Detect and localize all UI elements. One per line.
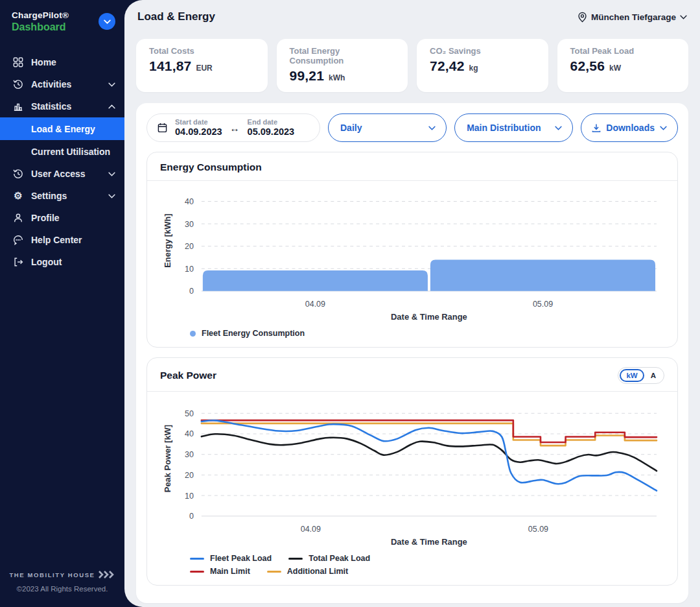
location-selector[interactable]: München Tiefgarage <box>578 12 687 23</box>
stat-value: 62,56 <box>570 58 605 74</box>
svg-text:Date & Time Range: Date & Time Range <box>391 537 467 547</box>
stat-card-total-energy: Total Energy Consumption 99,21kWh <box>277 39 408 92</box>
page-title: Load & Energy <box>137 10 215 23</box>
svg-text:04.09: 04.09 <box>301 525 321 534</box>
sidebar-footer: THE MOBILITY HOUSE ©2023 All Rights Rese… <box>0 571 124 607</box>
chevron-down-icon <box>104 19 111 24</box>
unit-toggle-kw[interactable]: kW <box>620 369 644 382</box>
sidebar-item-statistics[interactable]: Statistics <box>0 95 124 117</box>
sidebar-collapse-button[interactable] <box>99 13 115 30</box>
sidebar-item-user-access[interactable]: User Access <box>0 163 124 185</box>
sidebar-item-label: Current Utilisation <box>31 147 115 157</box>
stat-label: CO₂ Savings <box>430 46 535 56</box>
chat-bubble-icon <box>12 234 24 246</box>
stat-card-total-costs: Total Costs 141,87EUR <box>136 39 268 92</box>
legend-item[interactable]: Additional Limit <box>267 567 348 576</box>
svg-text:Energy [kWh]: Energy [kWh] <box>163 213 172 267</box>
download-icon <box>592 123 601 133</box>
user-access-icon <box>12 168 24 180</box>
stats-row: Total Costs 141,87EUR Total Energy Consu… <box>136 39 688 92</box>
stat-card-co2-savings: CO₂ Savings 72,42kg <box>417 39 548 92</box>
sidebar-item-settings[interactable]: ⚙ Settings <box>0 185 124 207</box>
sidebar-item-label: User Access <box>31 169 108 179</box>
legend-swatch <box>190 331 196 337</box>
sidebar-item-activities[interactable]: Activities <box>0 73 124 95</box>
downloads-label: Downloads <box>606 123 655 133</box>
interval-select[interactable]: Daily <box>328 113 447 142</box>
legend-swatch <box>288 558 303 560</box>
sidebar-item-profile[interactable]: Profile <box>0 207 124 229</box>
energy-consumption-chart: 010203040Energy [kWh]04.0905.09Date & Ti… <box>160 185 664 340</box>
stat-value: 72,42 <box>430 58 465 74</box>
peak-power-chart: 01020304050Peak Power [kW]04.0905.09Date… <box>160 396 664 578</box>
home-grid-icon <box>12 56 24 68</box>
sidebar-item-logout[interactable]: Logout <box>0 251 124 273</box>
legend-item[interactable]: Fleet Energy Consumption <box>190 329 305 338</box>
svg-text:50: 50 <box>185 409 194 418</box>
gear-icon: ⚙ <box>12 190 24 202</box>
legend-item[interactable]: Fleet Peak Load <box>190 554 272 563</box>
sidebar-item-label: Home <box>31 57 115 67</box>
distribution-select[interactable]: Main Distribution <box>454 113 573 142</box>
chevron-down-icon <box>108 172 115 176</box>
legend-label: Total Peak Load <box>309 554 370 563</box>
sidebar-item-label: Load & Energy <box>31 124 115 134</box>
energy-consumption-card: Energy Consumption 010203040Energy [kWh]… <box>146 152 678 348</box>
start-date-field[interactable]: Start date 04.09.2023 <box>175 118 222 137</box>
sidebar-menu: Home Activities Statistics Load & Energy… <box>0 51 124 571</box>
legend-item[interactable]: Total Peak Load <box>288 554 370 563</box>
svg-text:30: 30 <box>185 220 194 229</box>
svg-text:05.09: 05.09 <box>528 525 548 534</box>
location-label: München Tiefgarage <box>591 12 676 22</box>
unit-toggle[interactable]: kW A <box>618 367 664 384</box>
sidebar-item-current-utilisation[interactable]: Current Utilisation <box>0 140 124 163</box>
logout-icon <box>12 256 24 268</box>
energy-consumption-svg: 010203040Energy [kWh]04.0905.09Date & Ti… <box>160 185 664 325</box>
history-clock-icon <box>12 78 24 90</box>
legend-swatch <box>190 558 204 560</box>
stat-unit: kWh <box>329 73 345 82</box>
svg-text:0: 0 <box>189 287 194 296</box>
page-header: Load & Energy München Tiefgarage <box>136 0 688 34</box>
chart-legend-row: Fleet Energy Consumption <box>160 327 664 340</box>
end-date-field[interactable]: End date 05.09.2023 <box>248 118 295 137</box>
calendar-icon <box>158 123 167 133</box>
triple-chevron-icon <box>99 571 115 578</box>
svg-text:30: 30 <box>185 450 194 459</box>
sidebar-item-label: Profile <box>31 213 115 223</box>
legend-label: Fleet Energy Consumption <box>202 329 305 338</box>
svg-text:40: 40 <box>185 197 194 206</box>
downloads-button[interactable]: Downloads <box>581 113 678 142</box>
start-date-label: Start date <box>175 118 222 126</box>
brand: ChargePilot® Dashboard <box>0 0 124 40</box>
stat-card-peak-load: Total Peak Load 62,56kW <box>557 39 689 92</box>
legend-label: Fleet Peak Load <box>210 554 272 563</box>
main-content: Load & Energy München Tiefgarage Total C… <box>124 0 700 607</box>
chevron-down-icon <box>680 15 687 19</box>
distribution-select-value: Main Distribution <box>467 123 541 133</box>
chevron-down-icon <box>428 126 436 130</box>
person-icon <box>12 212 24 224</box>
legend-item[interactable]: Main Limit <box>190 567 250 576</box>
chevron-down-icon <box>108 194 115 198</box>
stat-value: 141,87 <box>149 58 191 74</box>
stat-unit: EUR <box>196 64 212 73</box>
unit-toggle-a[interactable]: A <box>644 369 662 382</box>
divider <box>147 391 677 392</box>
chart-legend-row: Fleet Peak LoadTotal Peak Load <box>160 553 664 565</box>
svg-text:04.09: 04.09 <box>305 300 325 309</box>
stat-unit: kW <box>609 64 621 73</box>
svg-text:Date & Time Range: Date & Time Range <box>391 312 467 322</box>
chart-legend-row: Main LimitAdditional Limit <box>160 565 664 578</box>
chevron-down-icon <box>108 82 115 87</box>
sidebar-item-label: Logout <box>31 257 115 267</box>
start-date-value: 04.09.2023 <box>175 126 222 137</box>
charts-panel: Start date 04.09.2023 ↔ End date 05.09.2… <box>136 103 688 603</box>
date-range-picker[interactable]: Start date 04.09.2023 ↔ End date 05.09.2… <box>146 113 320 142</box>
sidebar-item-load-energy[interactable]: Load & Energy <box>0 117 124 140</box>
divider <box>147 180 677 181</box>
legend-label: Main Limit <box>210 567 250 576</box>
sidebar-item-help-center[interactable]: Help Center <box>0 229 124 251</box>
sidebar-item-home[interactable]: Home <box>0 51 124 73</box>
filter-row: Start date 04.09.2023 ↔ End date 05.09.2… <box>146 113 678 142</box>
